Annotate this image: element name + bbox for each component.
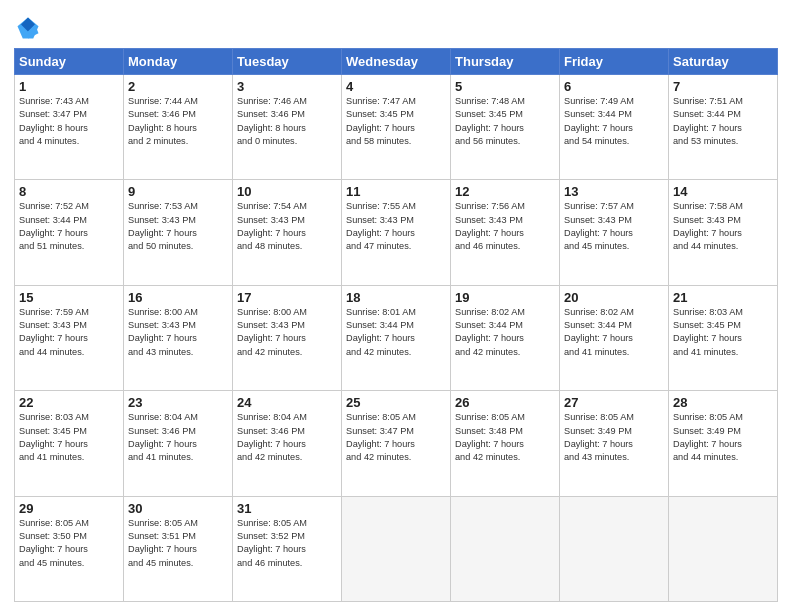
table-row: 24Sunrise: 8:04 AM Sunset: 3:46 PM Dayli… xyxy=(233,391,342,496)
day-number: 19 xyxy=(455,290,555,305)
table-row: 29Sunrise: 8:05 AM Sunset: 3:50 PM Dayli… xyxy=(15,496,124,601)
day-info: Sunrise: 7:53 AM Sunset: 3:43 PM Dayligh… xyxy=(128,200,228,253)
day-number: 28 xyxy=(673,395,773,410)
day-info: Sunrise: 7:44 AM Sunset: 3:46 PM Dayligh… xyxy=(128,95,228,148)
table-row: 17Sunrise: 8:00 AM Sunset: 3:43 PM Dayli… xyxy=(233,285,342,390)
table-row: 25Sunrise: 8:05 AM Sunset: 3:47 PM Dayli… xyxy=(342,391,451,496)
table-row: 28Sunrise: 8:05 AM Sunset: 3:49 PM Dayli… xyxy=(669,391,778,496)
day-number: 6 xyxy=(564,79,664,94)
day-number: 29 xyxy=(19,501,119,516)
table-row: 15Sunrise: 7:59 AM Sunset: 3:43 PM Dayli… xyxy=(15,285,124,390)
table-row: 22Sunrise: 8:03 AM Sunset: 3:45 PM Dayli… xyxy=(15,391,124,496)
day-number: 7 xyxy=(673,79,773,94)
day-info: Sunrise: 8:02 AM Sunset: 3:44 PM Dayligh… xyxy=(564,306,664,359)
day-info: Sunrise: 8:05 AM Sunset: 3:47 PM Dayligh… xyxy=(346,411,446,464)
calendar-week-row: 29Sunrise: 8:05 AM Sunset: 3:50 PM Dayli… xyxy=(15,496,778,601)
day-info: Sunrise: 7:54 AM Sunset: 3:43 PM Dayligh… xyxy=(237,200,337,253)
day-info: Sunrise: 7:59 AM Sunset: 3:43 PM Dayligh… xyxy=(19,306,119,359)
day-number: 5 xyxy=(455,79,555,94)
day-number: 31 xyxy=(237,501,337,516)
day-info: Sunrise: 8:00 AM Sunset: 3:43 PM Dayligh… xyxy=(237,306,337,359)
day-number: 10 xyxy=(237,184,337,199)
table-row: 26Sunrise: 8:05 AM Sunset: 3:48 PM Dayli… xyxy=(451,391,560,496)
day-info: Sunrise: 8:04 AM Sunset: 3:46 PM Dayligh… xyxy=(128,411,228,464)
day-number: 30 xyxy=(128,501,228,516)
day-number: 9 xyxy=(128,184,228,199)
day-number: 17 xyxy=(237,290,337,305)
day-info: Sunrise: 7:57 AM Sunset: 3:43 PM Dayligh… xyxy=(564,200,664,253)
day-info: Sunrise: 7:46 AM Sunset: 3:46 PM Dayligh… xyxy=(237,95,337,148)
day-info: Sunrise: 8:04 AM Sunset: 3:46 PM Dayligh… xyxy=(237,411,337,464)
table-row xyxy=(451,496,560,601)
calendar-week-row: 8Sunrise: 7:52 AM Sunset: 3:44 PM Daylig… xyxy=(15,180,778,285)
col-saturday: Saturday xyxy=(669,49,778,75)
table-row: 5Sunrise: 7:48 AM Sunset: 3:45 PM Daylig… xyxy=(451,75,560,180)
day-info: Sunrise: 7:56 AM Sunset: 3:43 PM Dayligh… xyxy=(455,200,555,253)
day-number: 12 xyxy=(455,184,555,199)
table-row: 18Sunrise: 8:01 AM Sunset: 3:44 PM Dayli… xyxy=(342,285,451,390)
day-info: Sunrise: 8:03 AM Sunset: 3:45 PM Dayligh… xyxy=(19,411,119,464)
day-info: Sunrise: 7:51 AM Sunset: 3:44 PM Dayligh… xyxy=(673,95,773,148)
col-monday: Monday xyxy=(124,49,233,75)
table-row: 10Sunrise: 7:54 AM Sunset: 3:43 PM Dayli… xyxy=(233,180,342,285)
day-number: 25 xyxy=(346,395,446,410)
day-number: 18 xyxy=(346,290,446,305)
table-row: 23Sunrise: 8:04 AM Sunset: 3:46 PM Dayli… xyxy=(124,391,233,496)
day-number: 1 xyxy=(19,79,119,94)
day-number: 13 xyxy=(564,184,664,199)
day-info: Sunrise: 7:49 AM Sunset: 3:44 PM Dayligh… xyxy=(564,95,664,148)
day-number: 8 xyxy=(19,184,119,199)
day-info: Sunrise: 8:03 AM Sunset: 3:45 PM Dayligh… xyxy=(673,306,773,359)
calendar-week-row: 15Sunrise: 7:59 AM Sunset: 3:43 PM Dayli… xyxy=(15,285,778,390)
day-info: Sunrise: 8:05 AM Sunset: 3:50 PM Dayligh… xyxy=(19,517,119,570)
day-info: Sunrise: 8:01 AM Sunset: 3:44 PM Dayligh… xyxy=(346,306,446,359)
day-number: 24 xyxy=(237,395,337,410)
day-number: 4 xyxy=(346,79,446,94)
table-row: 30Sunrise: 8:05 AM Sunset: 3:51 PM Dayli… xyxy=(124,496,233,601)
day-info: Sunrise: 8:05 AM Sunset: 3:49 PM Dayligh… xyxy=(673,411,773,464)
day-number: 22 xyxy=(19,395,119,410)
day-info: Sunrise: 7:58 AM Sunset: 3:43 PM Dayligh… xyxy=(673,200,773,253)
table-row: 9Sunrise: 7:53 AM Sunset: 3:43 PM Daylig… xyxy=(124,180,233,285)
day-number: 2 xyxy=(128,79,228,94)
day-number: 14 xyxy=(673,184,773,199)
day-number: 27 xyxy=(564,395,664,410)
table-row: 19Sunrise: 8:02 AM Sunset: 3:44 PM Dayli… xyxy=(451,285,560,390)
table-row: 21Sunrise: 8:03 AM Sunset: 3:45 PM Dayli… xyxy=(669,285,778,390)
table-row: 1Sunrise: 7:43 AM Sunset: 3:47 PM Daylig… xyxy=(15,75,124,180)
col-thursday: Thursday xyxy=(451,49,560,75)
day-info: Sunrise: 8:00 AM Sunset: 3:43 PM Dayligh… xyxy=(128,306,228,359)
day-info: Sunrise: 7:48 AM Sunset: 3:45 PM Dayligh… xyxy=(455,95,555,148)
table-row: 4Sunrise: 7:47 AM Sunset: 3:45 PM Daylig… xyxy=(342,75,451,180)
day-info: Sunrise: 8:05 AM Sunset: 3:48 PM Dayligh… xyxy=(455,411,555,464)
day-number: 16 xyxy=(128,290,228,305)
table-row xyxy=(669,496,778,601)
day-number: 20 xyxy=(564,290,664,305)
col-tuesday: Tuesday xyxy=(233,49,342,75)
day-number: 3 xyxy=(237,79,337,94)
calendar-header-row: Sunday Monday Tuesday Wednesday Thursday… xyxy=(15,49,778,75)
header xyxy=(14,10,778,42)
logo-icon xyxy=(14,14,42,42)
table-row: 6Sunrise: 7:49 AM Sunset: 3:44 PM Daylig… xyxy=(560,75,669,180)
day-number: 15 xyxy=(19,290,119,305)
table-row: 7Sunrise: 7:51 AM Sunset: 3:44 PM Daylig… xyxy=(669,75,778,180)
table-row: 27Sunrise: 8:05 AM Sunset: 3:49 PM Dayli… xyxy=(560,391,669,496)
day-info: Sunrise: 7:47 AM Sunset: 3:45 PM Dayligh… xyxy=(346,95,446,148)
day-info: Sunrise: 8:05 AM Sunset: 3:52 PM Dayligh… xyxy=(237,517,337,570)
table-row: 31Sunrise: 8:05 AM Sunset: 3:52 PM Dayli… xyxy=(233,496,342,601)
table-row: 3Sunrise: 7:46 AM Sunset: 3:46 PM Daylig… xyxy=(233,75,342,180)
day-info: Sunrise: 8:05 AM Sunset: 3:49 PM Dayligh… xyxy=(564,411,664,464)
day-number: 23 xyxy=(128,395,228,410)
table-row: 12Sunrise: 7:56 AM Sunset: 3:43 PM Dayli… xyxy=(451,180,560,285)
day-info: Sunrise: 8:02 AM Sunset: 3:44 PM Dayligh… xyxy=(455,306,555,359)
table-row xyxy=(342,496,451,601)
day-number: 26 xyxy=(455,395,555,410)
col-sunday: Sunday xyxy=(15,49,124,75)
calendar-table: Sunday Monday Tuesday Wednesday Thursday… xyxy=(14,48,778,602)
day-info: Sunrise: 7:55 AM Sunset: 3:43 PM Dayligh… xyxy=(346,200,446,253)
logo xyxy=(14,14,44,42)
day-number: 11 xyxy=(346,184,446,199)
table-row: 8Sunrise: 7:52 AM Sunset: 3:44 PM Daylig… xyxy=(15,180,124,285)
calendar-week-row: 1Sunrise: 7:43 AM Sunset: 3:47 PM Daylig… xyxy=(15,75,778,180)
